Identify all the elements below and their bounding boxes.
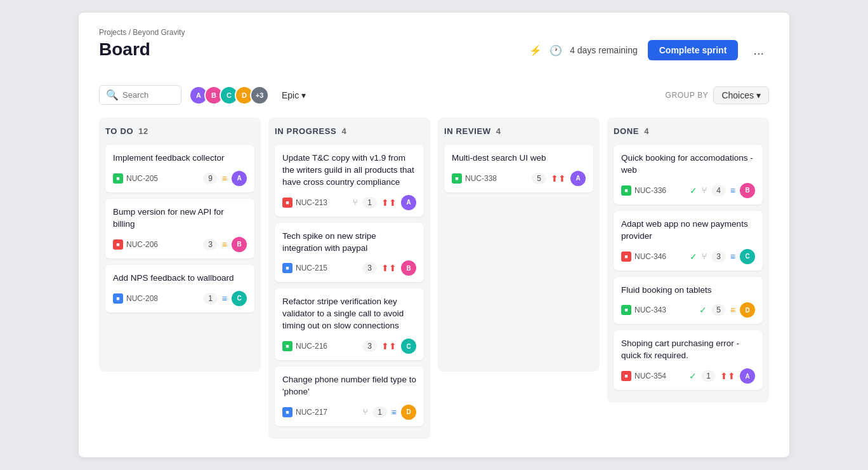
card-tag: ■ (113, 239, 123, 250)
column-header-done: DONE 4 (614, 126, 763, 136)
card-id: NUC-338 (465, 174, 497, 183)
column-inprogress: IN PROGRESS 4 Update T&C copy with v1.9 … (268, 117, 430, 439)
avatar-sm: D (401, 405, 416, 420)
search-input[interactable] (122, 90, 180, 100)
table-row[interactable]: Adapt web app no new payments provider ■… (614, 211, 763, 271)
card-badge: 5 (532, 173, 546, 184)
priority-high-icon: ⬆⬆ (381, 198, 397, 208)
table-row[interactable]: Bump version for new API for billing ■ N… (105, 199, 254, 258)
column-done: DONE 4 Quick booking for accomodations -… (607, 117, 769, 403)
priority-high-icon: ⬆⬆ (551, 173, 566, 184)
card-title: Refactor stripe verification key validat… (282, 296, 416, 332)
table-row[interactable]: Implement feedback collector ■ NUC-205 9… (105, 145, 254, 192)
card-title: Adapt web app no new payments provider (621, 218, 755, 243)
search-icon: 🔍 (106, 89, 119, 101)
card-id: NUC-215 (296, 264, 327, 272)
choices-label: Choices (721, 90, 754, 100)
card-badge: 3 (203, 239, 218, 250)
card-badge: 1 (372, 406, 387, 418)
card-id: NUC-208 (126, 294, 158, 303)
card-title: Shoping cart purchasing error - quick fi… (621, 338, 755, 362)
card-id: NUC-343 (635, 306, 666, 314)
card-tag: ■ (113, 173, 123, 184)
priority-high-icon: ⬆⬆ (381, 341, 397, 351)
avatar-sm: A (740, 368, 755, 384)
card-id: NUC-354 (635, 372, 666, 380)
table-row[interactable]: Update T&C copy with v1.9 from the write… (275, 145, 424, 217)
search-box: 🔍 (99, 85, 181, 105)
card-badge: 3 (711, 251, 726, 262)
table-row[interactable]: Quick booking for accomodations - web ■ … (614, 145, 763, 205)
column-header-inreview: IN REVIEW 4 (444, 126, 593, 136)
card-title: Multi-dest search UI web (452, 152, 586, 164)
card-id: NUC-336 (635, 186, 666, 195)
column-count: 4 (644, 126, 649, 136)
epic-label: Epic (282, 90, 299, 100)
table-row[interactable]: Shoping cart purchasing error - quick fi… (614, 330, 763, 390)
column-count: 4 (496, 126, 501, 136)
chevron-down-icon: ▾ (301, 90, 306, 100)
column-header-inprogress: IN PROGRESS 4 (275, 126, 424, 136)
priority-low-icon: ≡ (730, 252, 735, 262)
column-count: 4 (341, 126, 346, 136)
days-remaining: 4 days remaining (570, 45, 638, 55)
card-title: Implement feedback collector (113, 152, 247, 164)
avatar-sm: B (740, 183, 755, 198)
chevron-down-icon: ▾ (756, 90, 761, 100)
card-tag: ■ (621, 252, 631, 262)
card-tag: ■ (282, 263, 293, 273)
avatar-extra[interactable]: +3 (250, 86, 269, 105)
priority-medium-icon: ≡ (730, 305, 735, 315)
avatar-sm: B (401, 260, 416, 276)
card-badge: 9 (203, 173, 218, 184)
table-row[interactable]: Refactor stripe verification key validat… (275, 288, 424, 360)
card-tag: ■ (621, 305, 631, 315)
table-row[interactable]: Fluid booking on tablets ■ NUC-343 ✓ 5 ≡… (614, 277, 763, 325)
choices-button[interactable]: Choices ▾ (713, 86, 769, 104)
avatar-sm: A (401, 195, 416, 210)
column-title: IN REVIEW (444, 126, 491, 136)
table-row[interactable]: Add NPS feedback to wallboard ■ NUC-208 … (105, 265, 254, 312)
card-id: NUC-346 (635, 252, 666, 261)
card-badge: 1 (701, 370, 716, 382)
card-title: Update T&C copy with v1.9 from the write… (282, 152, 416, 189)
card-title: Tech spike on new stripe integration wit… (282, 231, 416, 255)
avatar-sm: B (232, 237, 247, 252)
column-count: 12 (138, 126, 148, 136)
branch-icon: ⑂ (363, 407, 368, 417)
card-tag: ■ (452, 173, 462, 184)
table-row[interactable]: Multi-dest search UI web ■ NUC-338 5 ⬆⬆ … (444, 145, 593, 192)
clock-icon: 🕐 (549, 44, 562, 57)
branch-icon: ⑂ (702, 185, 707, 195)
card-badge: 5 (711, 304, 726, 316)
avatar-sm: A (570, 171, 586, 186)
epic-filter-button[interactable]: Epic ▾ (277, 87, 311, 104)
card-badge: 4 (711, 185, 726, 196)
avatar-sm: C (232, 291, 247, 306)
card-title: Change phone number field type to 'phone… (282, 374, 416, 398)
card-badge: 3 (362, 340, 377, 352)
page-title: Board (99, 39, 185, 60)
avatar-sm: A (232, 171, 247, 186)
more-options-button[interactable]: ... (748, 41, 769, 60)
card-tag: ■ (282, 198, 293, 208)
card-tag: ■ (282, 341, 293, 351)
group-by-label: GROUP BY (665, 91, 708, 100)
priority-high-icon: ⬆⬆ (720, 371, 735, 381)
priority-low-icon: ≡ (730, 185, 735, 196)
card-badge: 1 (362, 197, 377, 208)
column-header-todo: TO DO 12 (105, 126, 254, 136)
card-id: NUC-205 (126, 174, 158, 183)
avatar-sm: C (401, 339, 416, 354)
table-row[interactable]: Tech spike on new stripe integration wit… (275, 223, 424, 283)
complete-sprint-button[interactable]: Complete sprint (648, 40, 739, 60)
column-title: DONE (614, 126, 639, 136)
lightning-icon: ⚡ (529, 44, 542, 57)
table-row[interactable]: Change phone number field type to 'phone… (275, 366, 424, 426)
column-title: TO DO (105, 126, 133, 136)
column-todo: TO DO 12 Implement feedback collector ■ … (99, 117, 261, 372)
avatar-sm: D (740, 302, 755, 318)
card-title: Fluid booking on tablets (621, 285, 755, 297)
avatar-sm: C (740, 249, 755, 264)
breadcrumb: Projects / Beyond Gravity (99, 28, 185, 37)
